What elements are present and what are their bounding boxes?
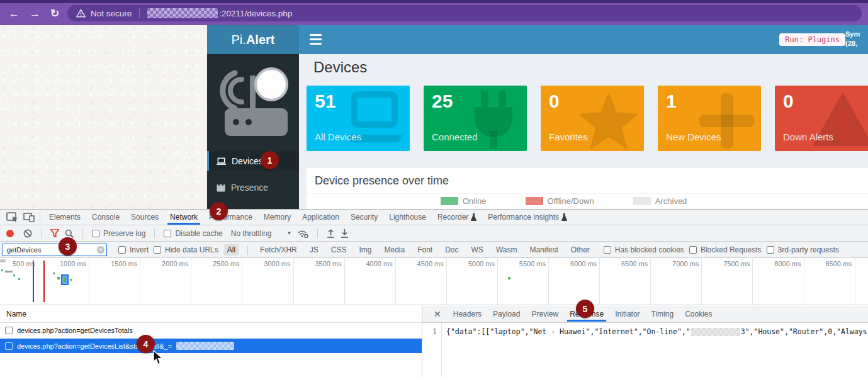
- tab-security[interactable]: Security: [345, 210, 383, 225]
- presence-panel: Device presence over time Online Offline…: [307, 167, 868, 209]
- filterbar-divider: [247, 245, 248, 255]
- timeline-tick-label: 6000 ms: [545, 260, 597, 267]
- invert-checkbox[interactable]: Invert: [118, 245, 149, 254]
- tab-sources[interactable]: Sources: [125, 210, 164, 225]
- card-all-devices[interactable]: 51 All Devices: [307, 86, 410, 151]
- toolbar-divider: [82, 228, 83, 239]
- response-content-line: {"data":[["laptop","Net - Huawei","Inter…: [446, 327, 868, 336]
- checkbox-icon[interactable]: [5, 342, 13, 350]
- tab-lighthouse[interactable]: Lighthouse: [383, 210, 432, 225]
- reload-icon[interactable]: ↻: [50, 7, 59, 21]
- page-title: Devices: [313, 59, 367, 76]
- checkbox-icon[interactable]: [5, 327, 13, 334]
- filter-type-fetch-xhr[interactable]: Fetch/XHR: [256, 244, 301, 256]
- timeline-tick-label: 8500 ms: [801, 260, 852, 267]
- throttling-select[interactable]: No throttling ▼: [231, 229, 292, 238]
- tab-network[interactable]: Network: [164, 210, 203, 225]
- card-favorites[interactable]: 0 Favorites: [541, 86, 644, 151]
- disable-cache-checkbox[interactable]: Disable cache: [164, 229, 222, 238]
- inspect-element-icon[interactable]: [6, 212, 19, 222]
- filter-type-all[interactable]: All: [223, 244, 239, 256]
- filter-type-doc[interactable]: Doc: [441, 244, 462, 256]
- tab-application[interactable]: Application: [296, 210, 345, 225]
- sidebar: Devices Presence: [207, 54, 299, 209]
- has-blocked-cookies-checkbox[interactable]: Has blocked cookies: [604, 245, 684, 254]
- filter-type-manifest[interactable]: Manifest: [526, 244, 561, 256]
- blocked-requests-checkbox[interactable]: Blocked Requests: [689, 245, 762, 254]
- response-body[interactable]: 1 {"data":[["laptop","Net - Huawei","Int…: [422, 323, 868, 377]
- filter-type-media[interactable]: Media: [380, 244, 409, 256]
- request-list-header[interactable]: Name: [0, 306, 422, 323]
- url-text: :20211/devices.php: [219, 9, 292, 18]
- detail-tab-preview[interactable]: Preview: [526, 307, 564, 322]
- router-illustration-icon: [213, 59, 293, 147]
- third-party-requests-checkbox[interactable]: 3rd-party requests: [767, 245, 839, 254]
- annotation-badge-4: 4: [137, 335, 155, 353]
- filter-input[interactable]: [3, 244, 107, 256]
- record-icon[interactable]: [6, 230, 14, 237]
- network-conditions-icon[interactable]: [297, 229, 308, 238]
- card-down-alerts[interactable]: 0 Down Alerts: [775, 86, 868, 151]
- request-list-pane: Name devices.php?action=getDevicesTotals…: [0, 306, 422, 377]
- filter-type-css[interactable]: CSS: [327, 244, 351, 256]
- waterfall-mark: [57, 277, 60, 279]
- filter-type-ws[interactable]: WS: [468, 244, 487, 256]
- waterfall-mark: [1, 269, 3, 271]
- filter-icon[interactable]: [50, 229, 59, 237]
- filter-type-js[interactable]: JS: [306, 244, 322, 256]
- tab-console[interactable]: Console: [86, 210, 125, 225]
- address-bar[interactable]: Not secure :20211/devices.php: [67, 5, 862, 21]
- search-icon[interactable]: [65, 229, 74, 238]
- clear-filter-icon[interactable]: ✕: [97, 246, 104, 254]
- filter-type-font[interactable]: Font: [414, 244, 436, 256]
- chevron-down-icon: ▼: [286, 230, 291, 236]
- detail-tab-timing[interactable]: Timing: [646, 307, 680, 322]
- tab-elements[interactable]: Elements: [43, 210, 86, 225]
- browser-toolbar: ← → ↻ Not secure :20211/devices.php: [0, 0, 868, 25]
- clear-icon[interactable]: [23, 229, 32, 238]
- legend-online: Online: [441, 196, 487, 206]
- timeline-tick-label: 7000 ms: [647, 260, 699, 267]
- sidebar-toggle-icon[interactable]: [310, 34, 322, 45]
- filter-type-wasm[interactable]: Wasm: [492, 244, 521, 256]
- laptop-icon: [217, 157, 226, 166]
- back-icon[interactable]: ←: [9, 7, 20, 21]
- run-plugins-button[interactable]: Run: Plugins: [779, 33, 845, 46]
- tab-memory[interactable]: Memory: [258, 210, 296, 225]
- request-row[interactable]: devices.php?action=getDevicesTotals: [0, 323, 422, 339]
- forward-icon[interactable]: →: [30, 7, 40, 21]
- import-har-icon[interactable]: [327, 229, 335, 238]
- annotation-badge-2: 2: [210, 202, 228, 220]
- sidebar-item-presence[interactable]: Presence: [207, 177, 299, 198]
- calendar-icon: [217, 183, 225, 192]
- timeline-tick-label: 2000 ms: [137, 260, 188, 267]
- export-har-icon[interactable]: [341, 229, 349, 238]
- card-connected[interactable]: 25 Connected: [424, 86, 527, 151]
- detail-tab-payload[interactable]: Payload: [487, 307, 526, 322]
- device-toolbar-icon[interactable]: [23, 213, 35, 222]
- preserve-log-checkbox[interactable]: Preserve log: [92, 229, 145, 238]
- timeline-tick-label: 1000 ms: [35, 260, 86, 267]
- filter-type-other[interactable]: Other: [567, 244, 594, 256]
- annotation-badge-1: 1: [261, 151, 279, 169]
- legend-online-swatch: [441, 197, 458, 205]
- sidebar-item-devices[interactable]: Devices: [207, 151, 299, 171]
- tab-recorder[interactable]: Recorder: [432, 210, 482, 225]
- detail-tab-headers[interactable]: Headers: [448, 307, 487, 322]
- card-new-devices[interactable]: 1 New Devices: [658, 86, 761, 151]
- toolbar-divider: [41, 228, 42, 239]
- detail-tab-initiator[interactable]: Initiator: [609, 307, 645, 322]
- close-icon[interactable]: ✕: [427, 309, 448, 319]
- hide-data-urls-checkbox[interactable]: Hide data URLs: [154, 245, 218, 254]
- devtools-tabbar: Elements Console Sources Network Perform…: [0, 210, 868, 225]
- network-filterbar: ✕ Invert Hide data URLs All Fetch/XHR JS…: [0, 242, 868, 258]
- timeline-ruler[interactable]: 500 ms1000 ms1500 ms2000 ms2500 ms3000 m…: [0, 258, 868, 305]
- detail-tab-cookies[interactable]: Cookies: [679, 307, 718, 322]
- timeline-tick-label: 1500 ms: [86, 260, 137, 267]
- filter-type-img[interactable]: Img: [355, 244, 375, 256]
- timeline-tick-label: 500 ms: [0, 260, 35, 267]
- tab-performance-insights[interactable]: Performance insights: [482, 210, 573, 225]
- checkbox-icon: [689, 246, 697, 254]
- app-logo[interactable]: Pi.Alert: [207, 25, 299, 54]
- request-row-selected[interactable]: devices.php?action=getDevicesList&status…: [0, 339, 422, 353]
